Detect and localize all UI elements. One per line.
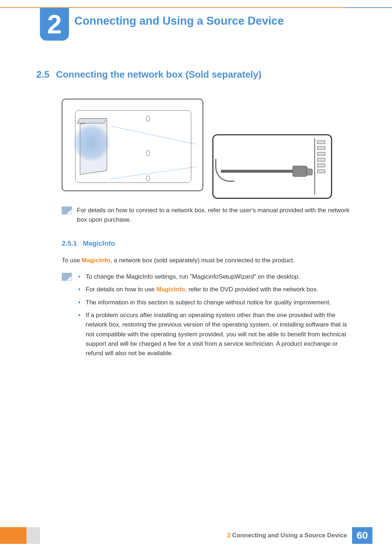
stripe-gray xyxy=(26,527,40,544)
cable-illustration xyxy=(221,170,295,173)
list-item: To change the MagicInfo settings, run "M… xyxy=(77,272,352,282)
footer-chapter-num: 2 xyxy=(227,532,230,539)
mount-hole xyxy=(146,150,150,156)
note-text: For details on how to connect to a netwo… xyxy=(77,206,352,224)
magicinfo-term: MagicInfo xyxy=(82,257,110,264)
b2-post: , refer to the DVD provided with the net… xyxy=(185,286,318,293)
connection-diagram xyxy=(62,94,338,201)
port-panel xyxy=(314,138,327,195)
footer-chapter-title: Connecting and Using a Source Device xyxy=(232,532,347,539)
port xyxy=(317,146,325,150)
subsection-title: MagicInfo xyxy=(83,239,115,247)
section-number: 2.5 xyxy=(36,69,49,80)
footer-stripe xyxy=(0,527,40,544)
port xyxy=(317,158,325,161)
list-item: For details on how to use MagicInfo, ref… xyxy=(77,285,352,294)
footer-breadcrumb: 2 Connecting and Using a Source Device xyxy=(40,527,352,544)
para-post: , a network box (sold separately) must b… xyxy=(110,257,294,264)
subsection-number: 2.5.1 xyxy=(62,239,77,247)
cable-connector xyxy=(293,166,308,177)
bullet-note-block: To change the MagicInfo settings, run "M… xyxy=(62,272,352,362)
para-pre: To use xyxy=(62,257,82,264)
note-icon xyxy=(62,206,72,214)
port xyxy=(317,152,325,156)
subsection-heading: 2.5.1 MagicInfo xyxy=(62,239,115,247)
page-number: 60 xyxy=(352,527,372,544)
page-footer: 2 Connecting and Using a Source Device 6… xyxy=(0,527,392,544)
list-item: If a problem occurs after installing an … xyxy=(77,311,352,358)
magicinfo-term: MagicInfo xyxy=(156,286,185,293)
connector-detail-view xyxy=(212,134,332,199)
mount-hole xyxy=(146,176,150,181)
network-box-top xyxy=(77,118,107,123)
port xyxy=(317,164,325,167)
chapter-badge: 2 xyxy=(40,8,69,41)
list-item: The information in this section is subje… xyxy=(77,298,352,307)
display-rear-panel xyxy=(62,99,203,191)
section-heading: 2.5 Connecting the network box (Sold sep… xyxy=(36,69,261,80)
highlight-circle xyxy=(73,125,110,161)
chapter-title: Connecting and Using a Source Device xyxy=(74,15,284,28)
port xyxy=(317,169,325,173)
stripe-orange xyxy=(0,527,26,544)
bullet-list: To change the MagicInfo settings, run "M… xyxy=(77,272,352,362)
b2-pre: For details on how to use xyxy=(86,286,156,293)
intro-paragraph: To use MagicInfo, a network box (sold se… xyxy=(62,256,348,265)
chapter-number: 2 xyxy=(47,11,62,37)
note-block: For details on how to connect to a netwo… xyxy=(62,206,352,224)
mount-hole xyxy=(146,116,150,122)
footer-end-gap xyxy=(372,527,392,544)
port xyxy=(317,140,325,144)
section-title: Connecting the network box (Sold separat… xyxy=(56,69,261,80)
note-icon xyxy=(62,273,72,281)
